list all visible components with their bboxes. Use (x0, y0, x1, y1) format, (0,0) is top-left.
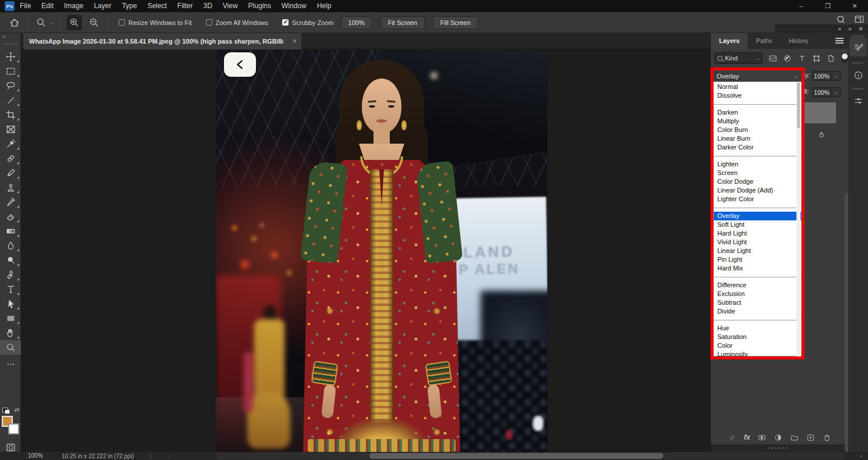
search-icon[interactable] (836, 15, 846, 24)
history-brush-tool-icon[interactable] (0, 195, 21, 209)
filter-smart-objects-icon[interactable] (827, 54, 835, 63)
menu-edit[interactable]: Edit (36, 0, 59, 12)
home-icon[interactable] (5, 17, 24, 28)
gradient-tool-icon[interactable] (0, 224, 21, 238)
divider (28, 16, 29, 29)
horizontal-scrollbar[interactable] (216, 452, 845, 459)
lasso-tool-icon[interactable] (0, 79, 21, 93)
dodge-tool-icon[interactable] (0, 253, 21, 268)
menu-3d[interactable]: 3D (198, 0, 217, 12)
scrollbar-thumb[interactable] (369, 453, 663, 459)
rectangular-marquee-tool-icon[interactable] (0, 64, 21, 79)
zoom-all-windows-checkbox[interactable]: Zoom All Windows (206, 19, 268, 26)
move-tool-icon[interactable] (0, 49, 21, 64)
zoom-tool-preset-icon[interactable] (32, 17, 49, 28)
menu-type[interactable]: Type (116, 0, 142, 12)
menu-select[interactable]: Select (142, 0, 172, 12)
workspace-icon[interactable] (854, 14, 865, 24)
scrubby-zoom-checkbox[interactable]: Scrubby Zoom (282, 19, 334, 26)
object-selection-tool-icon[interactable] (0, 93, 21, 108)
scroll-right-icon[interactable]: › (860, 452, 862, 459)
fill-chevron-icon[interactable]: ⌄ (831, 87, 841, 97)
frame-tool-icon[interactable] (0, 122, 21, 137)
tab-layers[interactable]: Layers (711, 33, 748, 49)
crop-tool-icon[interactable] (0, 108, 21, 122)
zoom-out-button[interactable] (87, 15, 102, 30)
collapse-panels-right-icon[interactable]: » (848, 26, 852, 32)
filter-toggle-icon[interactable] (841, 53, 848, 63)
checkbox-label: Resize Windows to Fit (129, 19, 192, 26)
properties-panel-icon[interactable] (849, 91, 867, 110)
status-zoom-level[interactable]: 100% (28, 452, 43, 459)
menu-window[interactable]: Window (276, 0, 312, 12)
close-button[interactable]: ✕ (841, 0, 868, 12)
chevron-down-icon[interactable]: ⌄ (49, 20, 54, 25)
link-layers-icon[interactable] (728, 433, 737, 442)
adjustment-layer-icon[interactable] (774, 433, 782, 442)
tab-paths[interactable]: Paths (748, 33, 780, 49)
new-group-icon[interactable] (790, 433, 799, 442)
filter-kind-dropdown[interactable]: Kind ⌄ (714, 52, 763, 64)
new-layer-icon[interactable] (806, 433, 815, 442)
zoom-tool-icon[interactable] (0, 340, 21, 355)
blur-tool-icon[interactable] (0, 238, 21, 253)
filter-type-layers-icon[interactable] (798, 54, 806, 63)
menu-help[interactable]: Help (312, 0, 337, 12)
edit-toolbar-icon[interactable] (0, 357, 21, 372)
filter-shape-layers-icon[interactable] (812, 54, 821, 63)
brush-settings-panel-icon[interactable] (849, 38, 867, 56)
collapse-tools-icon[interactable]: » (3, 34, 6, 40)
menu-file[interactable]: File (15, 0, 36, 12)
fit-screen-button[interactable]: Fit Screen (380, 16, 425, 29)
opacity-value[interactable]: 100% (812, 71, 831, 81)
fill-screen-button[interactable]: Fill Screen (433, 16, 478, 29)
minimize-button[interactable]: – (788, 0, 814, 12)
eraser-tool-icon[interactable] (0, 209, 21, 224)
clone-stamp-tool-icon[interactable] (0, 180, 21, 195)
menu-image[interactable]: Image (59, 0, 88, 12)
panel-menu-icon[interactable] (835, 38, 844, 44)
opacity-chevron-icon[interactable]: ⌄ (831, 71, 841, 81)
tab-close-icon[interactable]: × (288, 37, 301, 45)
add-layer-mask-icon[interactable] (757, 433, 766, 442)
filter-adjustment-layers-icon[interactable] (783, 54, 792, 63)
canvas-area[interactable]: LAND P ALEN (21, 49, 711, 452)
menu-layer[interactable]: Layer (88, 0, 116, 12)
zoom-in-button[interactable] (67, 15, 82, 30)
restore-button[interactable]: ❐ (814, 0, 841, 12)
grip-dots[interactable] (4, 43, 17, 45)
filter-pixel-layers-icon[interactable] (769, 54, 777, 63)
path-selection-tool-icon[interactable] (0, 297, 21, 311)
document-image[interactable]: LAND P ALEN (216, 49, 547, 452)
pen-tool-icon[interactable] (0, 268, 21, 282)
brush-tool-icon[interactable] (0, 166, 21, 180)
status-chevron-left-icon[interactable]: 〈 (165, 452, 171, 460)
menu-filter[interactable]: Filter (172, 0, 198, 12)
checkbox-box[interactable] (119, 19, 125, 26)
document-tab[interactable]: WhatsApp Image 2026-01-30 at 9.58.41 PM.… (23, 33, 301, 49)
runway-model (303, 55, 460, 452)
type-tool-icon[interactable] (0, 282, 21, 297)
back-button[interactable] (224, 52, 256, 77)
status-chevron-right-icon[interactable]: 〉 (149, 452, 155, 460)
checkbox-box[interactable] (206, 19, 212, 26)
tab-history[interactable]: History (781, 33, 817, 49)
info-panel-icon[interactable] (849, 66, 867, 84)
menu-plugins[interactable]: Plugins (243, 0, 276, 12)
spot-healing-brush-tool-icon[interactable] (0, 151, 21, 166)
checkbox-box[interactable] (282, 19, 289, 26)
background-color-swatch[interactable] (8, 423, 19, 434)
swap-colors-icon[interactable]: ⇄ (15, 406, 19, 413)
delete-layer-icon[interactable] (823, 433, 831, 442)
menu-view[interactable]: View (218, 0, 243, 12)
close-panel-icon[interactable]: ✕ (859, 26, 863, 32)
hand-tool-icon[interactable] (0, 326, 21, 340)
rectangle-tool-icon[interactable] (0, 311, 21, 326)
zoom-100-button[interactable]: 100% (341, 16, 372, 29)
fill-value[interactable]: 100% (812, 87, 831, 97)
collapse-panels-left-icon[interactable]: « (838, 26, 841, 32)
resize-windows-to-fit-checkbox[interactable]: Resize Windows to Fit (119, 19, 192, 26)
layer-style-icon[interactable]: fx (744, 433, 750, 441)
default-colors-icon[interactable] (2, 408, 8, 412)
eyedropper-tool-icon[interactable] (0, 137, 21, 151)
